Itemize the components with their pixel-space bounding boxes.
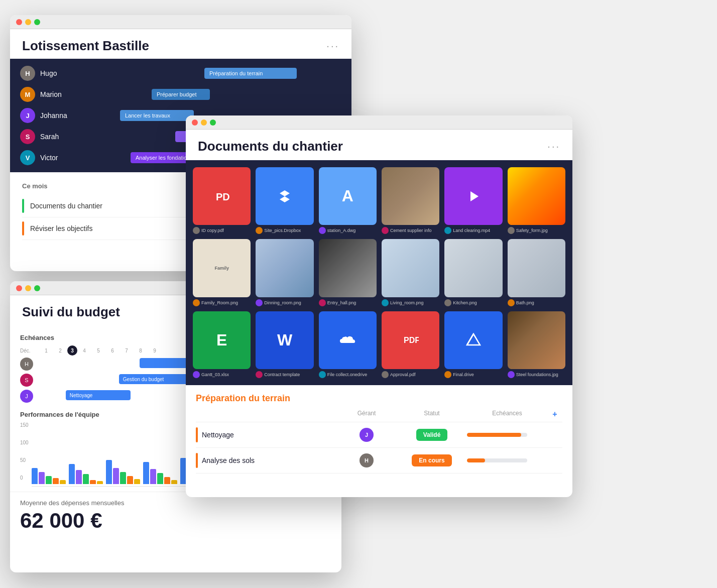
doc-label-row10: Living_room.png [382, 299, 439, 306]
task-avatar-analyse: H [360, 453, 374, 467]
doc-cell-word[interactable]: W Contract template [256, 311, 313, 378]
doc-mini-avatar11 [444, 299, 451, 306]
doc-mini-avatar3 [319, 227, 326, 234]
docs-title: Documents du chantier [198, 139, 343, 154]
doc-mini-avatar13 [193, 371, 200, 378]
doc-cell-excel[interactable]: E Gantt_03.xlsx [193, 311, 251, 378]
doc-cell-dining[interactable]: Dinning_room.png [256, 239, 313, 306]
bar-seg-3a [106, 460, 112, 484]
docs-more-button[interactable]: ··· [547, 141, 560, 152]
doc-icon-family: Family [193, 239, 251, 297]
doc-cell-onedrive[interactable]: File collect.onedrive [319, 311, 377, 378]
doc-mini-avatar2 [256, 227, 263, 234]
ech-bar-3: Nettoyage [66, 390, 131, 400]
doc-cell-dwg[interactable]: A station_A.dwg [319, 167, 377, 234]
task-row-nettoyage[interactable]: Nettoyage J Validé [196, 422, 562, 448]
maximize-dot-docs[interactable] [210, 120, 216, 126]
col-header-statut: Statut [397, 410, 467, 419]
doc-filename: ID copy.pdf [201, 228, 224, 233]
doc-cell-drive[interactable]: Final.drive [444, 311, 502, 378]
doc-icon-safety [508, 167, 565, 225]
task-avatar-nettoyage: J [360, 428, 374, 442]
doc-mini-avatar15 [319, 371, 326, 378]
doc-cell-pdf[interactable]: PDF ID copy.pdf [193, 167, 251, 234]
avatar-victor: V [20, 150, 35, 165]
docs-grid: PDF ID copy.pdf Site_pics.Dropbox A [193, 167, 565, 378]
avatar-sarah: S [20, 129, 35, 144]
doc-label-row3: station_A.dwg [319, 227, 377, 234]
doc-filename12: Bath.png [516, 300, 534, 305]
col-header-add[interactable]: + [547, 410, 562, 419]
docs-grid-bg: PDF ID copy.pdf Site_pics.Dropbox A [186, 160, 572, 385]
doc-label-row2: Site_pics.Dropbox [256, 227, 313, 234]
doc-label-row7: Family_Room.png [193, 299, 251, 306]
bar-seg-3b [113, 468, 119, 484]
maximize-dot-budget[interactable] [34, 285, 40, 291]
gantt-bar-marion[interactable]: Préparer budget [152, 89, 210, 100]
close-dot-docs[interactable] [192, 120, 198, 126]
doc-mini-avatar [193, 227, 200, 234]
minimize-dot-docs[interactable] [201, 120, 207, 126]
doc-cell-kitchen[interactable]: Kitchen.png [444, 239, 502, 306]
gantt-bar-hugo[interactable]: Préparation du terrain [204, 68, 297, 79]
doc-cell-bath[interactable]: Bath.png [508, 239, 565, 306]
doc-cell-entry[interactable]: Entry_hall.png [319, 239, 377, 306]
doc-label-row12: Bath.png [508, 299, 565, 306]
doc-cell-approval[interactable]: PDF Approval.pdf [382, 311, 439, 378]
bar-seg-2b [76, 470, 82, 484]
doc-cell-steel[interactable]: Steel foundations.jpg [508, 311, 565, 378]
bar-seg-4b [150, 469, 156, 484]
doc-icon-dwg: A [319, 167, 377, 225]
task-name-analyse: Analyse des sols [202, 456, 255, 464]
col-header-echeances: Echéances [467, 410, 547, 419]
svg-marker-1 [280, 190, 290, 202]
doc-cell-dropbox[interactable]: Site_pics.Dropbox [256, 167, 313, 234]
task-gerant-analyse: H [336, 453, 397, 467]
doc-mini-avatar4 [382, 227, 389, 234]
doc-label-row18: Steel foundations.jpg [508, 371, 565, 378]
bar-seg-3e [134, 479, 140, 484]
doc-label-row14: Contract template [256, 371, 313, 378]
task-echeances-nettoyage [467, 433, 547, 437]
doc-cell-living[interactable]: Living_room.png [382, 239, 439, 306]
task-name-nettoyage: Nettoyage [202, 431, 234, 439]
bar-seg-3c [120, 472, 126, 484]
col-header-gerant: Gérant [336, 410, 397, 419]
minimize-dot[interactable] [25, 19, 31, 25]
bar-seg-5a [180, 458, 186, 484]
bar-seg-1d [53, 478, 59, 484]
doc-cell-concrete[interactable]: Cement supplier info [382, 167, 439, 234]
doc-icon-dining [256, 239, 313, 297]
bar-seg-4a [143, 462, 149, 484]
task-indicator-green [22, 199, 24, 213]
doc-filename15: File collect.onedrive [327, 372, 368, 377]
avg-label: Moyenne des dépenses mensuelles [20, 499, 331, 507]
gantt-bar-johanna[interactable]: Lancer les travaux [120, 110, 194, 121]
doc-mini-avatar5 [444, 227, 451, 234]
axis-8: 8 [134, 348, 148, 354]
close-dot-budget[interactable] [16, 285, 22, 291]
more-options-button[interactable]: ··· [326, 40, 339, 52]
doc-cell-safety[interactable]: Safety_form.jpg [508, 167, 565, 234]
docs-header: Documents du chantier ··· [186, 130, 572, 160]
doc-label-row8: Dinning_room.png [256, 299, 313, 306]
doc-label-row11: Kitchen.png [444, 299, 502, 306]
doc-mini-avatar9 [319, 299, 326, 306]
maximize-dot[interactable] [34, 19, 40, 25]
minimize-dot-budget[interactable] [25, 285, 31, 291]
name-hugo: Hugo [40, 69, 78, 77]
axis-7: 7 [120, 348, 134, 354]
doc-label-row13: Gantt_03.xlsx [193, 371, 251, 378]
docs-task-section: Préparation du terrain Gérant Statut Ech… [186, 385, 572, 482]
doc-icon-kitchen [444, 239, 502, 297]
close-dot[interactable] [16, 19, 22, 25]
progress-fill-nettoyage [467, 433, 521, 437]
axis-5: 5 [91, 348, 105, 354]
bar-seg-2d [90, 480, 96, 484]
doc-cell-video[interactable]: Land clearing.mp4 [444, 167, 502, 234]
doc-icon-onedrive [319, 311, 377, 369]
doc-icon-drive [444, 311, 502, 369]
doc-cell-family[interactable]: Family Family_Room.png [193, 239, 251, 306]
bar-area-hugo: Préparation du terrain [78, 66, 341, 80]
task-row-analyse[interactable]: Analyse des sols H En cours [196, 448, 562, 474]
